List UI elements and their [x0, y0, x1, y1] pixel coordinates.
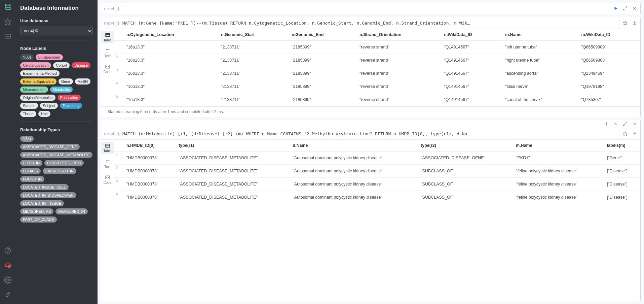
collapse-up-icon[interactable]: [613, 122, 618, 126]
svg-rect-11: [106, 33, 110, 36]
node-label-chip[interactable]: CelularLocation: [20, 62, 51, 68]
left-rail: [0, 0, 15, 304]
node-label-chip[interactable]: Measurement: [20, 87, 48, 93]
rel-type-chip[interactable]: LOCATED_IN_BIOSPECIMEN: [20, 192, 76, 198]
column-header: m.Name: [501, 29, 577, 41]
sidebar-title: Database Information: [20, 5, 93, 11]
column-header: m.Name: [512, 140, 603, 151]
help-icon[interactable]: [4, 247, 11, 254]
rel-type-chip[interactable]: CITED_IN: [20, 160, 42, 166]
cloud-offline-icon[interactable]: [4, 262, 11, 269]
rel-type-chip[interactable]: *(84): [20, 136, 34, 142]
node-label-chip[interactable]: Tissue: [20, 111, 36, 117]
view-text-button[interactable]: Text: [101, 47, 114, 59]
database-icon[interactable]: [4, 3, 11, 11]
table-row[interactable]: 4"HMDB0000378""ASSOCIATED_DISEASE_METABO…: [114, 191, 640, 204]
node-label-chip[interactable]: Gene: [59, 78, 73, 85]
result-frame-2: neo4j$ MATCH (n:Metabolite)-[r1]-(d:Dise…: [101, 120, 641, 301]
table-row[interactable]: 1"16p13.3""2138711""2185899""reverse str…: [114, 41, 640, 54]
svg-marker-3: [7, 36, 9, 37]
svg-point-5: [8, 252, 8, 252]
gear-icon[interactable]: [4, 276, 11, 284]
svg-point-0: [5, 4, 10, 6]
node-label-chip[interactable]: MeSH: [75, 78, 91, 85]
monitor-play-icon[interactable]: [4, 33, 11, 40]
expand-icon[interactable]: [623, 122, 628, 126]
view-code-button[interactable]: Code: [101, 173, 114, 186]
rel-type-chip[interactable]: MEASURED_IN: [55, 208, 87, 214]
rel-types-heading: Relationship Types: [20, 127, 93, 132]
rel-type-chip[interactable]: LOCATED_IN_TISSUE: [20, 200, 64, 206]
view-table-button[interactable]: Table: [101, 31, 114, 43]
db-select[interactable]: neo4j ⛁: [20, 27, 93, 35]
column-header: n.Genomic_End: [288, 29, 355, 41]
sidebar: Database Information Use database neo4j …: [15, 0, 98, 304]
column-header: n.Cytogenetic_Location: [122, 29, 217, 41]
rel-type-chip[interactable]: EQUALS: [20, 168, 41, 174]
close-icon[interactable]: [632, 122, 637, 126]
rel-type-chip[interactable]: FOUND_IN: [20, 176, 44, 182]
cypher-input[interactable]: [122, 6, 610, 11]
star-outline-icon[interactable]: [623, 21, 628, 25]
rerun-icon[interactable]: [612, 21, 619, 25]
node-label-chips: *(83)BioSpecimenCelularLocationCohortDis…: [20, 54, 93, 117]
table-row[interactable]: 1"HMDB0000378""ASSOCIATED_DISEASE_METABO…: [114, 151, 640, 165]
expand-icon[interactable]: [623, 6, 628, 11]
svg-marker-8: [615, 7, 617, 10]
node-label-chip[interactable]: BioSpecimen: [36, 54, 63, 60]
column-header: n.Strand_Orientation: [355, 29, 440, 41]
close-icon[interactable]: [632, 6, 637, 11]
rel-type-chip[interactable]: CONVERTED_INTO: [44, 160, 84, 166]
node-label-chip[interactable]: ExternalEquivalent: [20, 78, 56, 85]
column-header: n.WikiData_ID: [440, 29, 501, 41]
node-label-chip[interactable]: Taxonomy: [60, 103, 82, 109]
view-table-button[interactable]: Table: [101, 142, 114, 154]
node-label-chip[interactable]: Metabolite: [50, 87, 73, 93]
play-icon[interactable]: [613, 6, 618, 11]
node-label-chip[interactable]: Unit: [38, 111, 50, 117]
rerun-icon[interactable]: [612, 131, 619, 136]
node-label-chip[interactable]: ExperimentalMethod: [20, 70, 60, 76]
column-header: type(r2): [417, 140, 512, 151]
pin-icon[interactable]: [604, 122, 609, 126]
node-label-chip[interactable]: Cohort: [53, 62, 70, 68]
rel-type-chip[interactable]: ASSOCIATED_DISEASE_METABOLITE: [20, 152, 92, 158]
download-icon[interactable]: [632, 21, 637, 25]
frame-query: MATCH (n:Gene {Name:"PKD1"})--(m:Tissue)…: [122, 18, 612, 28]
node-label-chip[interactable]: Disease: [72, 62, 90, 68]
node-label-chip[interactable]: Sample: [20, 103, 38, 109]
download-icon[interactable]: [632, 131, 637, 136]
table-row[interactable]: 5"16p13.3""2138711""2185899""reverse str…: [114, 93, 640, 106]
table-row[interactable]: 2"16p13.3""2138711""2185899""reverse str…: [114, 54, 640, 67]
table-row[interactable]: 3"HMDB0000378""ASSOCIATED_DISEASE_METABO…: [114, 178, 640, 191]
node-label-chip[interactable]: OriginalMetabolite: [20, 95, 55, 101]
rel-type-chip[interactable]: LOCATED_INSIDE_CELL: [20, 184, 69, 190]
node-label-chip[interactable]: *(83): [20, 54, 34, 60]
view-text-button[interactable]: Text: [101, 158, 114, 170]
table-row[interactable]: 4"16p13.3""2138711""2185899""reverse str…: [114, 80, 640, 93]
column-header: d.Name: [289, 140, 417, 151]
table-row[interactable]: 3"16p13.3""2138711""2185899""reverse str…: [114, 67, 640, 80]
svg-marker-10: [623, 21, 627, 25]
result-table-2: n.HMDB_ID[0]type(r1)d.Nametype(r2)m.Name…: [114, 140, 640, 204]
view-code-button[interactable]: Code: [101, 63, 114, 75]
star-outline-icon[interactable]: [623, 131, 628, 136]
column-header: labels(m): [603, 140, 640, 151]
node-label-chip[interactable]: Publication: [58, 95, 81, 101]
node-label-chip[interactable]: Subject: [40, 103, 58, 109]
table-row[interactable]: 2"HMDB0000378""ASSOCIATED_DISEASE_METABO…: [114, 165, 640, 178]
rel-type-chip[interactable]: PART_OF_CLADE: [20, 216, 57, 223]
frame-footer: Started streaming 5 records after 1 ms a…: [101, 106, 640, 117]
column-header: m.WikiData_ID: [577, 29, 640, 41]
star-icon[interactable]: [4, 18, 11, 26]
frame-prompt: neo4j$: [101, 21, 122, 26]
rel-type-chip[interactable]: EXPRESSED_IN: [43, 168, 76, 174]
svg-point-7: [7, 279, 9, 281]
rel-type-chip[interactable]: MEASURED_AS: [20, 208, 53, 214]
column-header: type(r1): [175, 140, 289, 151]
result-frame-1: neo4j$ MATCH (n:Gene {Name:"PKD1"})--(m:…: [101, 17, 641, 117]
rel-type-chip[interactable]: ASSOCIATED_DISEASE_GENE: [20, 144, 80, 150]
frame-query: MATCH (n:Metabolite)-[r1]-(d:Disease)-[r…: [122, 129, 612, 139]
svg-rect-15: [106, 144, 110, 147]
reconnect-icon[interactable]: [4, 291, 11, 299]
